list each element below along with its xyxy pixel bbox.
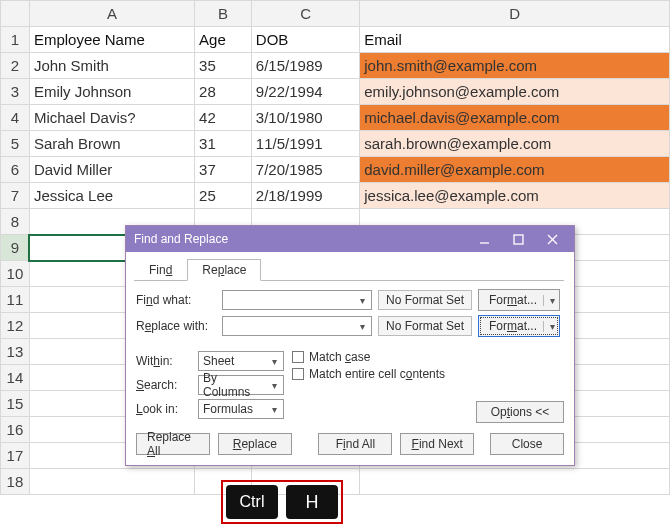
row-header-7[interactable]: 7	[1, 183, 30, 209]
row-header-18[interactable]: 18	[1, 469, 30, 495]
dialog-titlebar[interactable]: Find and Replace	[126, 226, 574, 252]
find-next-button[interactable]: Find Next	[400, 433, 474, 455]
chevron-down-icon[interactable]: ▾	[267, 404, 281, 415]
search-select[interactable]: By Columns▾	[198, 375, 284, 395]
match-entire-checkbox[interactable]: Match entire cell contents	[292, 367, 445, 381]
cell-B1[interactable]: Age	[195, 27, 252, 53]
close-button[interactable]: Close	[490, 433, 564, 455]
row-header-9[interactable]: 9	[1, 235, 30, 261]
row-header-11[interactable]: 11	[1, 287, 30, 313]
find-all-button[interactable]: Find All	[318, 433, 392, 455]
chevron-down-icon[interactable]: ▾	[543, 321, 557, 332]
match-case-checkbox[interactable]: Match case	[292, 350, 445, 364]
col-header-B[interactable]: B	[195, 1, 252, 27]
find-what-input[interactable]: ▾	[222, 290, 372, 310]
dialog-title: Find and Replace	[134, 232, 228, 246]
cell-A7[interactable]: Jessica Lee	[29, 183, 194, 209]
search-label: Search:	[136, 378, 192, 392]
cell-B6[interactable]: 37	[195, 157, 252, 183]
cell-C4[interactable]: 3/10/1980	[251, 105, 359, 131]
row-header-15[interactable]: 15	[1, 391, 30, 417]
row-header-4[interactable]: 4	[1, 105, 30, 131]
cell-A18[interactable]	[29, 469, 194, 495]
cell-B5[interactable]: 31	[195, 131, 252, 157]
row-header-6[interactable]: 6	[1, 157, 30, 183]
cell-A4[interactable]: Michael Davis?	[29, 105, 194, 131]
cell-D6[interactable]: david.miller@example.com	[360, 157, 670, 183]
cell-A2[interactable]: John Smith	[29, 53, 194, 79]
row-header-2[interactable]: 2	[1, 53, 30, 79]
cell-C5[interactable]: 11/5/1991	[251, 131, 359, 157]
cell-D1[interactable]: Email	[360, 27, 670, 53]
chevron-down-icon[interactable]: ▾	[267, 356, 281, 367]
find-format-preview: No Format Set	[378, 290, 472, 310]
lookin-select[interactable]: Formulas▾	[198, 399, 284, 419]
lookin-label: Look in:	[136, 402, 192, 416]
within-label: Within:	[136, 354, 192, 368]
row-header-13[interactable]: 13	[1, 339, 30, 365]
replace-with-input[interactable]: ▾	[222, 316, 372, 336]
cell-B4[interactable]: 42	[195, 105, 252, 131]
within-select[interactable]: Sheet▾	[198, 351, 284, 371]
cell-D5[interactable]: sarah.brown@example.com	[360, 131, 670, 157]
cell-C3[interactable]: 9/22/1994	[251, 79, 359, 105]
row-header-12[interactable]: 12	[1, 313, 30, 339]
col-header-D[interactable]: D	[360, 1, 670, 27]
keyboard-shortcut-hint: Ctrl H	[221, 480, 343, 524]
cell-D18[interactable]	[360, 469, 670, 495]
cell-C7[interactable]: 2/18/1999	[251, 183, 359, 209]
row-header-14[interactable]: 14	[1, 365, 30, 391]
chevron-down-icon[interactable]: ▾	[267, 380, 281, 391]
cell-C2[interactable]: 6/15/1989	[251, 53, 359, 79]
cell-A1[interactable]: Employee Name	[29, 27, 194, 53]
key-ctrl: Ctrl	[226, 485, 278, 519]
cell-B3[interactable]: 28	[195, 79, 252, 105]
col-header-C[interactable]: C	[251, 1, 359, 27]
cell-D2[interactable]: john.smith@example.com	[360, 53, 670, 79]
replace-format-preview: No Format Set	[378, 316, 472, 336]
row-header-10[interactable]: 10	[1, 261, 30, 287]
cell-A3[interactable]: Emily Johnson	[29, 79, 194, 105]
row-header-3[interactable]: 3	[1, 79, 30, 105]
chevron-down-icon[interactable]: ▾	[355, 295, 369, 306]
replace-all-button[interactable]: Replace All	[136, 433, 210, 455]
row-header-8[interactable]: 8	[1, 209, 30, 235]
col-header-A[interactable]: A	[29, 1, 194, 27]
cell-D3[interactable]: emily.johnson@example.com	[360, 79, 670, 105]
tab-replace[interactable]: Replace	[187, 259, 261, 281]
cell-B7[interactable]: 25	[195, 183, 252, 209]
cell-D7[interactable]: jessica.lee@example.com	[360, 183, 670, 209]
options-button[interactable]: Options <<	[476, 401, 564, 423]
row-header-16[interactable]: 16	[1, 417, 30, 443]
cell-C6[interactable]: 7/20/1985	[251, 157, 359, 183]
tab-find[interactable]: Find	[134, 259, 187, 281]
find-what-label: Find what:	[136, 293, 216, 307]
replace-button[interactable]: Replace	[218, 433, 292, 455]
row-header-5[interactable]: 5	[1, 131, 30, 157]
dialog-tabs: Find Replace	[134, 258, 564, 281]
chevron-down-icon[interactable]: ▾	[543, 295, 557, 306]
row-header-17[interactable]: 17	[1, 443, 30, 469]
select-all-corner[interactable]	[1, 1, 30, 27]
key-h: H	[286, 485, 338, 519]
cell-A5[interactable]: Sarah Brown	[29, 131, 194, 157]
close-icon[interactable]	[532, 227, 572, 251]
replace-with-label: Replace with:	[136, 319, 216, 333]
cell-B2[interactable]: 35	[195, 53, 252, 79]
replace-format-button[interactable]: Format...▾	[478, 315, 560, 337]
cell-D4[interactable]: michael.davis@example.com	[360, 105, 670, 131]
row-header-1[interactable]: 1	[1, 27, 30, 53]
cell-C1[interactable]: DOB	[251, 27, 359, 53]
find-replace-dialog: Find and Replace Find Replace Find what:…	[125, 225, 575, 466]
find-format-button[interactable]: Format...▾	[478, 289, 560, 311]
svg-rect-1	[514, 235, 523, 244]
cell-A6[interactable]: David Miller	[29, 157, 194, 183]
chevron-down-icon[interactable]: ▾	[355, 321, 369, 332]
